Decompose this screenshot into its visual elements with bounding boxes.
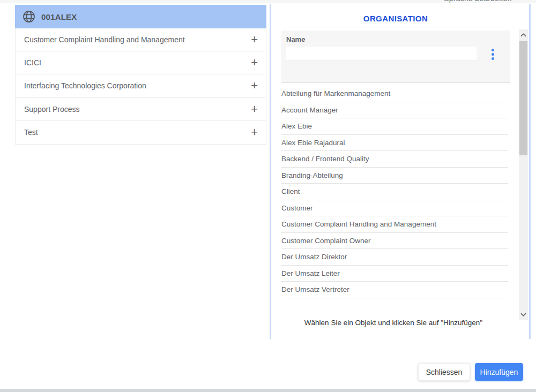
sprache-bearbeiten-label: Sprache bearbeiten: [444, 0, 530, 3]
organisation-list-item[interactable]: Customer Complaint Owner: [281, 233, 508, 250]
tree-root-header[interactable]: 001ALEX: [15, 5, 266, 28]
expand-plus-icon[interactable]: +: [251, 103, 258, 115]
name-label: Name: [281, 31, 510, 43]
tree-item-label: Customer Complaint Handling and Manageme…: [24, 35, 185, 44]
scrollbar[interactable]: [519, 29, 528, 320]
organisation-list-item[interactable]: Branding-Abteilung: [281, 168, 508, 184]
expand-plus-icon[interactable]: +: [251, 126, 258, 138]
tree-item-label: ICICI: [24, 58, 41, 67]
scroll-up-icon[interactable]: [519, 31, 528, 39]
tree-item[interactable]: Test +: [16, 121, 266, 144]
organisation-list-item[interactable]: Der Umsatz Vertreter: [281, 282, 508, 298]
organisation-list-item[interactable]: Abteilung für Markenmanagement: [281, 86, 508, 102]
tree-item[interactable]: Support Process +: [16, 98, 266, 121]
expand-plus-icon[interactable]: +: [251, 57, 258, 69]
organisation-list-item[interactable]: Alex Ebie Rajadurai: [281, 135, 508, 152]
kebab-menu-icon[interactable]: [490, 48, 495, 61]
tree-list: Customer Complaint Handling and Manageme…: [15, 28, 266, 145]
tree-item[interactable]: Customer Complaint Handling and Manageme…: [16, 28, 266, 51]
organisation-list-item[interactable]: Der Umsatz Direktor: [281, 249, 508, 266]
bottom-edge: [0, 389, 536, 392]
tree-item[interactable]: ICICI +: [16, 51, 266, 74]
organisation-list-item[interactable]: Account Manager: [281, 102, 508, 119]
organisation-list-item[interactable]: Customer Complaint Handling and Manageme…: [281, 216, 508, 233]
scroll-down-icon[interactable]: [519, 311, 528, 318]
tree-item-label: Interfacing Technologies Corporation: [24, 81, 146, 90]
tree-item[interactable]: Interfacing Technologies Corporation +: [16, 74, 266, 97]
organisation-list-item[interactable]: Der Umsatz Leiter: [281, 266, 508, 282]
hinzufuegen-button[interactable]: Hinzufügen: [475, 363, 523, 381]
tree-item-label: Support Process: [24, 105, 80, 114]
organisation-list: Abteilung für Markenmanagement Account M…: [281, 86, 508, 298]
name-filter-block: Name: [281, 31, 510, 83]
tree-item-label: Test: [24, 128, 38, 137]
organisation-list-item[interactable]: Backend / Frontend Quality: [281, 151, 508, 168]
name-filter-row: [286, 47, 510, 61]
tree-root-label: 001ALEX: [41, 12, 77, 21]
instruction-text: Wählen Sie ein Objekt und klicken Sie au…: [271, 319, 516, 327]
sprache-bearbeiten-cutoff[interactable]: Sprache bearbeiten: [444, 0, 530, 4]
schliessen-button[interactable]: Schliessen: [418, 363, 470, 381]
globe-icon: [22, 10, 36, 24]
add-organisation-dialog: Sprache bearbeiten 001ALEX Customer Comp…: [0, 0, 536, 392]
expand-plus-icon[interactable]: +: [251, 34, 258, 46]
organisation-panel: ORGANISATION Name Abteilung für Markenma…: [270, 4, 531, 339]
panel-title: ORGANISATION: [271, 14, 520, 23]
organisation-list-item[interactable]: Customer: [281, 200, 508, 217]
expand-plus-icon[interactable]: +: [251, 80, 258, 92]
scrollbar-thumb[interactable]: [519, 41, 527, 155]
organisation-list-item[interactable]: Alex Ebie: [281, 118, 508, 135]
process-tree-panel: 001ALEX Customer Complaint Handling and …: [15, 5, 266, 145]
organisation-list-item[interactable]: Client: [281, 184, 508, 200]
name-input[interactable]: [286, 47, 477, 61]
